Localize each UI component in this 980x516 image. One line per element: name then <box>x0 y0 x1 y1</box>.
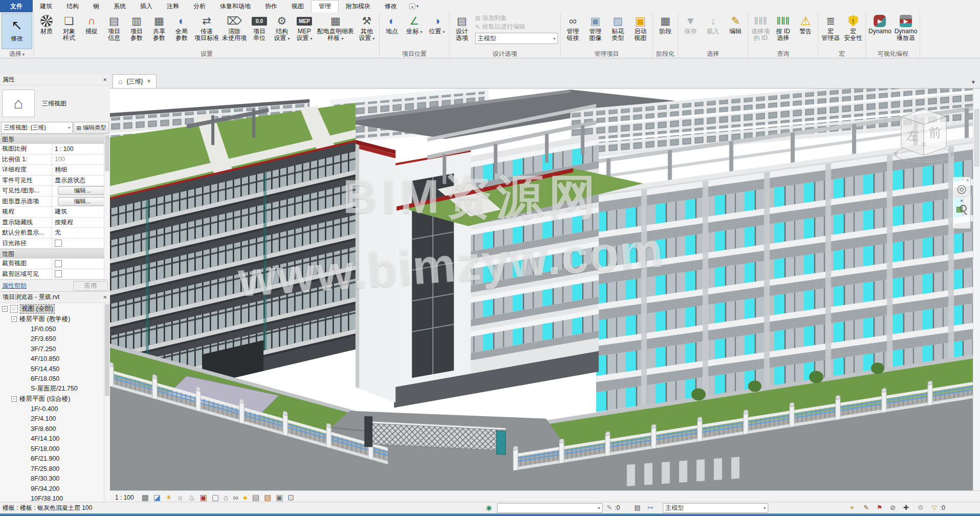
worksharing-display-icon[interactable]: ▤ <box>252 493 259 502</box>
tab-list-chevron-icon[interactable]: ▼ <box>971 79 976 85</box>
unlock-view-icon[interactable]: ⌂ <box>224 493 228 502</box>
shadows-icon[interactable]: ☼ <box>177 493 184 502</box>
view-scale-button[interactable]: 1 : 100 <box>115 494 134 501</box>
menu-tab-系统[interactable]: 系统 <box>106 0 133 12</box>
3d-view-canvas[interactable]: BIM资源网 www.bimzyw.com 左 前 北 东 南 西 ✕ ◎ ▼ <box>110 88 980 490</box>
scrollbar-thumb[interactable] <box>974 109 979 166</box>
menu-tab-建筑[interactable]: 建筑 <box>33 0 59 12</box>
property-value[interactable]: 精细 <box>52 165 110 175</box>
canvas-vertical-scrollbar[interactable] <box>973 89 980 490</box>
reveal-hidden-icon[interactable]: ● <box>243 493 248 502</box>
ribbon-group-label-macros[interactable]: 宏 <box>819 50 864 58</box>
property-value[interactable]: 编辑... <box>52 197 110 207</box>
tree-item-8F/30.300[interactable]: 8F/30.300 <box>0 474 110 484</box>
ribbon-display-toggle[interactable]: ▴ ▾ <box>409 0 419 12</box>
edit-selection-button[interactable]: ✎编辑 <box>724 13 747 35</box>
view-cube-left-face-label[interactable]: 左 <box>906 128 919 142</box>
collapse-minus-icon[interactable]: − <box>2 306 8 312</box>
location-button[interactable]: ◐地点 <box>381 13 403 35</box>
exclude-options-icon[interactable]: ↦ <box>648 504 653 511</box>
file-menu-button[interactable]: 文件 <box>0 0 33 12</box>
property-value[interactable]: 100 <box>52 155 110 165</box>
checkbox[interactable] <box>55 270 62 277</box>
view-tab-close-icon[interactable]: × <box>147 78 150 85</box>
tree-item-4F/14.100[interactable]: 4F/14.100 <box>0 434 110 444</box>
menu-tab-钢[interactable]: 钢 <box>86 0 106 12</box>
instance-selector[interactable]: 三维视图: {三维}▾ <box>1 122 73 134</box>
collapse-minus-icon[interactable]: − <box>11 316 17 322</box>
warnings-button[interactable]: ⚠警告 <box>794 13 817 35</box>
tree-item-S-屋面层/21.750[interactable]: S-屋面层/21.750 <box>0 384 110 394</box>
select-by-face-icon[interactable]: ⊘ <box>890 504 896 511</box>
filter-settings-icon[interactable]: ⚙ <box>918 504 924 511</box>
ribbon-group-label-manage-project[interactable]: 管理项目 <box>562 50 652 58</box>
tree-item-5F/14.450[interactable]: 5F/14.450 <box>0 364 110 374</box>
tree-item-6F/18.050[interactable]: 6F/18.050 <box>0 374 110 384</box>
worksets-icon[interactable]: ◉ <box>486 504 492 511</box>
menu-tab-修改[interactable]: 修改 <box>377 0 404 12</box>
boxes-icon[interactable]: ▣ <box>276 493 283 502</box>
object-styles-button[interactable]: ❏对象样式 <box>58 13 80 41</box>
property-value[interactable]: 编辑... <box>52 186 110 196</box>
view-cube-front-face-label[interactable]: 前 <box>929 125 941 139</box>
select-by-id-button[interactable]: ‖‖‖按 ID选择 <box>772 13 794 41</box>
coordinates-button[interactable]: ∠坐标 ▾ <box>403 13 426 35</box>
select-underlay-icon[interactable]: ✎ <box>863 504 869 511</box>
section-header-范围[interactable]: 范围∧ <box>0 249 110 259</box>
project-parameters-button[interactable]: ▥项目参数 <box>125 13 148 41</box>
transfer-project-standards-button[interactable]: ⇄传递项目标准 <box>193 13 220 41</box>
browser-scrollbar[interactable] <box>104 303 110 504</box>
crop-view-icon[interactable]: ▣ <box>200 493 207 502</box>
constraints-icon[interactable]: ⊡ <box>288 493 295 502</box>
macro-manager-button[interactable]: ≣宏管理器 <box>819 13 842 41</box>
collapse-minus-icon[interactable]: − <box>11 396 17 402</box>
section-header-图形[interactable]: 图形∧ <box>0 134 110 144</box>
design-options-dialog-icon[interactable]: ▤ <box>634 504 640 511</box>
manage-links-button[interactable]: ∞管理链接 <box>562 13 584 41</box>
starting-view-button[interactable]: ▣启动视图 <box>629 13 652 41</box>
editing-requests-icon[interactable]: ✎ <box>607 504 612 511</box>
tree-item-1F/-0.400[interactable]: 1F/-0.400 <box>0 404 110 414</box>
design-options-button[interactable]: ▤设计选项 <box>451 13 473 41</box>
ribbon-group-label-visual-programming[interactable]: 可视化编程 <box>867 50 919 58</box>
structural-settings-button[interactable]: ⚙结构设置 ▾ <box>271 13 293 42</box>
property-value[interactable]: 无 <box>52 228 110 238</box>
decal-types-button[interactable]: ▨贴花类型 <box>607 13 629 41</box>
edit-button[interactable]: 编辑... <box>58 186 107 195</box>
active-design-option-status-select[interactable]: 主模型▾ <box>663 503 768 513</box>
menu-tab-体量和场地[interactable]: 体量和场地 <box>213 0 258 12</box>
property-value[interactable]: 显示原状态 <box>52 176 110 186</box>
sun-path-icon[interactable]: ☀ <box>165 493 172 502</box>
tree-item-6F/21.900[interactable]: 6F/21.900 <box>0 454 110 464</box>
tree-item-3F/7.250[interactable]: 3F/7.250 <box>0 344 110 354</box>
detail-level-icon[interactable]: ▩ <box>142 493 149 502</box>
property-value[interactable] <box>52 259 110 269</box>
manage-images-button[interactable]: ▣管理图像 <box>584 13 607 41</box>
dynamo-player-button[interactable]: ▶Dynamo播放器 <box>893 13 919 41</box>
menu-tab-分析[interactable]: 分析 <box>186 0 213 12</box>
menu-tab-管理[interactable]: 管理 <box>311 0 339 12</box>
chevron-down-icon[interactable]: ▼ <box>960 199 964 203</box>
zoom-tool-icon[interactable] <box>956 205 967 215</box>
properties-help-link[interactable]: 属性帮助 <box>2 282 27 290</box>
property-value[interactable]: 1 : 100 <box>52 144 110 154</box>
modify-button[interactable]: ↖修改 <box>2 13 32 49</box>
position-button[interactable]: ◑位置 ▾ <box>426 13 448 35</box>
ribbon-group-label-select[interactable]: 选择 ▾ <box>1 50 33 58</box>
menu-tab-视图[interactable]: 视图 <box>284 0 311 12</box>
ribbon-group-label-phasing[interactable]: 阶段化 <box>654 50 677 58</box>
select-pinned-icon[interactable]: ⚑ <box>877 504 883 511</box>
ribbon-group-label-selection[interactable]: 选择 <box>679 50 747 58</box>
scrollbar-thumb[interactable] <box>105 135 109 171</box>
tree-item-9F/34.200[interactable]: 9F/34.200 <box>0 484 110 494</box>
crop-region-icon[interactable]: ▢ <box>212 493 219 502</box>
menu-tab-附加模块[interactable]: 附加模块 <box>339 0 377 12</box>
ribbon-group-label-inquiry[interactable]: 查询 <box>749 50 817 58</box>
checkbox[interactable] <box>55 260 62 267</box>
materials-button[interactable]: 材质 <box>35 13 58 35</box>
apply-button[interactable]: 应用 <box>73 281 108 291</box>
tree-item-7F/25.800[interactable]: 7F/25.800 <box>0 464 110 474</box>
tree-item-1F/0.050[interactable]: 1F/0.050 <box>0 324 110 334</box>
active-design-option-select[interactable]: 主模型▾ <box>475 33 558 44</box>
macro-security-button[interactable]: !宏安全性 <box>842 13 864 41</box>
